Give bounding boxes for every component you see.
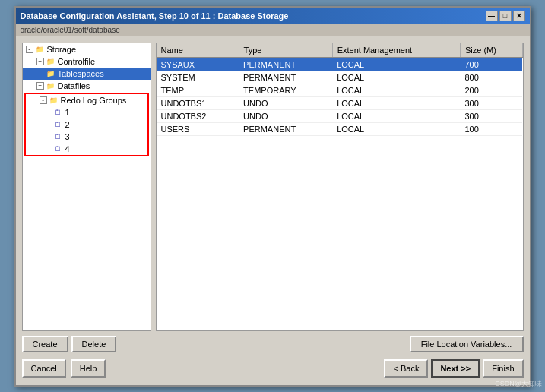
url-bar: oracle/oracle01/soft/database: [16, 24, 530, 36]
back-button[interactable]: < Back: [384, 359, 428, 378]
folder-icon-tablespaces: 📁: [46, 68, 56, 79]
tablespace-table: Name Type Extent Management Size (M) SYS…: [157, 43, 523, 136]
table-row[interactable]: TEMPTEMPORARYLOCAL200: [157, 84, 523, 96]
file-icon-redo1: 🗒: [53, 107, 64, 118]
tree-item-redo3[interactable]: 🗒 3: [26, 131, 147, 143]
action-buttons-row: Create Delete File Location Variables...: [22, 331, 524, 356]
tree-item-redo2[interactable]: 🗒 2: [26, 119, 147, 131]
delete-button[interactable]: Delete: [71, 336, 117, 352]
watermark: CSDN@大知味: [495, 379, 542, 389]
table-row[interactable]: SYSAUXPERMANENTLOCAL700: [157, 58, 523, 71]
tree-label-redo3: 3: [65, 132, 70, 141]
tree-label-redo1: 1: [65, 108, 70, 117]
close-button[interactable]: ✕: [513, 11, 525, 21]
tree-item-redo1[interactable]: 🗒 1: [26, 106, 147, 119]
table-row[interactable]: UNDOTBS1UNDOLOCAL300: [157, 96, 523, 109]
finish-button[interactable]: Finish: [483, 359, 523, 378]
file-icon-redo2: 🗒: [53, 119, 64, 130]
expand-icon-redo[interactable]: -: [40, 96, 47, 104]
nav-right-buttons: < Back Next >> Finish: [384, 359, 523, 378]
tree-label-controlfile: Controlfile: [58, 57, 96, 66]
right-action-buttons: File Location Variables...: [410, 336, 524, 352]
tree-item-tablespaces[interactable]: 📁 Tablespaces: [23, 68, 151, 80]
navigation-row: Cancel Help < Back Next >> Finish: [22, 356, 524, 379]
table-panel: Name Type Extent Management Size (M) SYS…: [156, 43, 524, 331]
help-button[interactable]: Help: [71, 359, 106, 378]
col-header-extent: Extent Management: [332, 43, 460, 58]
tree-item-redo[interactable]: - 📁 Redo Log Groups: [26, 94, 147, 106]
table-row[interactable]: USERSPERMANENTLOCAL100: [157, 122, 523, 135]
folder-icon-redo: 📁: [49, 95, 59, 106]
title-controls: — □ ✕: [486, 11, 525, 21]
create-button[interactable]: Create: [22, 336, 68, 352]
tree-label-tablespaces: Tablespaces: [58, 69, 104, 78]
tree-panel: - 📁 Storage + 📁 Controlfile 📁 Tablespace…: [22, 43, 151, 331]
minimize-button[interactable]: —: [486, 11, 498, 21]
nav-left-buttons: Cancel Help: [22, 359, 106, 378]
col-header-size: Size (M): [460, 43, 522, 58]
tree-item-redo4[interactable]: 🗒 4: [26, 143, 147, 155]
next-button[interactable]: Next >>: [431, 359, 480, 378]
table-row[interactable]: UNDOTBS2UNDOLOCAL300: [157, 109, 523, 122]
expand-icon-storage[interactable]: -: [26, 46, 33, 53]
tree-label-redo: Redo Log Groups: [61, 96, 127, 105]
content-area: - 📁 Storage + 📁 Controlfile 📁 Tablespace…: [16, 36, 530, 385]
tree-label-datafiles: Datafiles: [58, 81, 90, 90]
tree-item-controlfile[interactable]: + 📁 Controlfile: [23, 55, 151, 68]
expand-icon-controlfile[interactable]: +: [36, 58, 44, 65]
expand-icon-datafiles[interactable]: +: [36, 82, 44, 90]
main-window: Database Configuration Assistant, Step 1…: [14, 6, 531, 387]
cancel-button[interactable]: Cancel: [22, 359, 66, 378]
folder-icon-datafiles: 📁: [46, 81, 56, 91]
file-location-button[interactable]: File Location Variables...: [410, 336, 524, 352]
tree-item-datafiles[interactable]: + 📁 Datafiles: [23, 80, 151, 92]
tree-label-storage: Storage: [47, 45, 77, 54]
tree-item-storage[interactable]: - 📁 Storage: [23, 43, 151, 55]
tree-label-redo4: 4: [65, 144, 70, 153]
col-header-name: Name: [157, 43, 239, 58]
left-action-buttons: Create Delete: [22, 336, 117, 352]
col-header-type: Type: [239, 43, 332, 58]
folder-icon-storage: 📁: [35, 44, 46, 55]
tree-label-redo2: 2: [65, 120, 70, 129]
maximize-button[interactable]: □: [499, 11, 512, 21]
file-icon-redo3: 🗒: [53, 131, 64, 142]
table-row[interactable]: SYSTEMPERMANENTLOCAL800: [157, 71, 523, 84]
folder-icon-controlfile: 📁: [46, 56, 56, 67]
file-icon-redo4: 🗒: [53, 144, 64, 154]
main-area: - 📁 Storage + 📁 Controlfile 📁 Tablespace…: [22, 43, 524, 331]
window-title: Database Configuration Assistant, Step 1…: [21, 11, 289, 21]
title-bar: Database Configuration Assistant, Step 1…: [16, 8, 530, 24]
